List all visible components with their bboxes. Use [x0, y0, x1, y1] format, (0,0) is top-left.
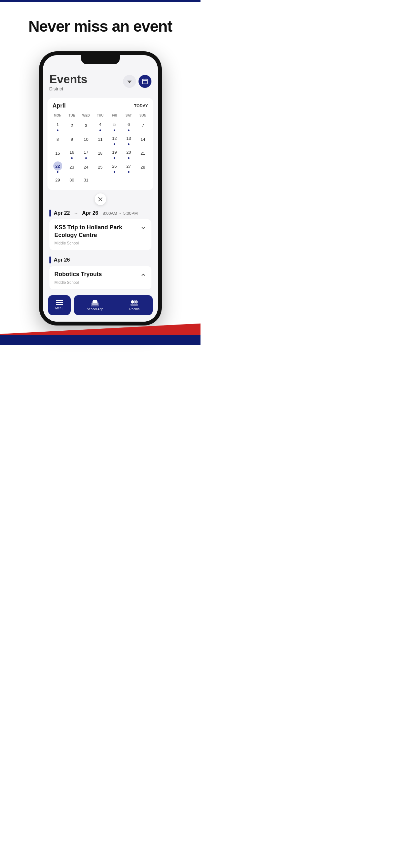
rooms-button[interactable]: Rooms: [129, 299, 140, 311]
event-expand-button-2[interactable]: [141, 272, 146, 278]
cal-day-3[interactable]: 3: [79, 119, 93, 132]
rooms-icon: [130, 299, 139, 306]
cal-empty-3: [122, 174, 136, 186]
calendar-card: April TODAY MON TUE WED THU FRI SAT SUN: [48, 98, 153, 190]
cal-day-16[interactable]: 16: [65, 146, 79, 160]
school-app-label: School App: [87, 307, 103, 311]
cal-empty-4: [136, 174, 150, 186]
menu-button[interactable]: Menu: [48, 295, 71, 315]
day-header-fri: FRI: [107, 113, 122, 119]
bottom-nav: Menu School App: [43, 292, 158, 321]
svg-point-18: [133, 300, 136, 304]
filter-button[interactable]: [123, 75, 136, 88]
event-item-2: Apr 26 Robotics Tryouts Middle School: [50, 256, 151, 289]
cal-day-30[interactable]: 30: [65, 174, 79, 186]
day-header-wed: WED: [79, 113, 93, 119]
chevron-down-icon: [141, 225, 146, 231]
calendar-week-1: 1 2 3 4 5 6 7: [51, 119, 150, 132]
phone-mockup: Events District: [39, 51, 162, 326]
calendar-icon: [142, 78, 148, 85]
cal-day-24[interactable]: 24: [79, 160, 93, 174]
cal-day-22[interactable]: 22: [51, 160, 65, 174]
cal-day-8[interactable]: 8: [51, 132, 65, 146]
event-card-school-2: Middle School: [55, 280, 102, 285]
cal-day-14[interactable]: 14: [136, 132, 150, 146]
event-date-row-2: Apr 26: [50, 256, 151, 264]
school-app-icon: [90, 299, 99, 306]
cal-day-11[interactable]: 11: [93, 132, 107, 146]
cal-day-9[interactable]: 9: [65, 132, 79, 146]
day-header-sat: SAT: [122, 113, 136, 119]
cal-day-20[interactable]: 20: [122, 146, 136, 160]
cal-day-6[interactable]: 6: [122, 119, 136, 132]
cal-day-15[interactable]: 15: [51, 146, 65, 160]
svg-rect-19: [130, 304, 138, 306]
cal-day-1[interactable]: 1: [51, 119, 65, 132]
cal-day-29[interactable]: 29: [51, 174, 65, 186]
header-icons: [123, 75, 151, 88]
event-card-school-1: Middle School: [55, 241, 135, 245]
close-button-row: [43, 193, 158, 205]
events-title: Events: [50, 73, 88, 86]
event-card-2[interactable]: Robotics Tryouts Middle School: [50, 266, 151, 289]
event-date-bar-1: [50, 210, 51, 217]
event-card-title-2: Robotics Tryouts: [55, 271, 102, 278]
calendar-grid: MON TUE WED THU FRI SAT SUN 1 2 3 4: [51, 113, 150, 186]
cal-day-2[interactable]: 2: [65, 119, 79, 132]
cal-empty-1: [93, 174, 107, 186]
cal-day-18[interactable]: 18: [93, 146, 107, 160]
event-time-1: 8:00AM - 5:00PM: [103, 211, 137, 216]
cal-day-5[interactable]: 5: [107, 119, 122, 132]
svg-rect-15: [93, 300, 97, 303]
event-date-start-1: Apr 22: [54, 210, 70, 216]
bottom-decoration: [0, 319, 201, 345]
school-app-button[interactable]: School App: [87, 299, 103, 311]
event-card-content-2: Robotics Tryouts Middle School: [55, 271, 102, 284]
events-title-block: Events District: [50, 73, 88, 92]
cal-day-21[interactable]: 21: [136, 146, 150, 160]
cal-day-4[interactable]: 4: [93, 119, 107, 132]
cal-day-13[interactable]: 13: [122, 132, 136, 146]
day-header-thu: THU: [93, 113, 107, 119]
day-header-mon: MON: [51, 113, 65, 119]
event-date-bar-2: [50, 256, 51, 264]
calendar-month: April: [53, 102, 66, 109]
event-card-1[interactable]: KS5 Trip to Holland Park Ecology Centre …: [50, 219, 151, 250]
calendar-week-4: 22 23 24 25 26 27 28: [51, 160, 150, 174]
cal-day-17[interactable]: 17: [79, 146, 93, 160]
phone-container: Events District: [0, 45, 201, 326]
nav-group: School App Rooms: [74, 295, 153, 315]
day-header-tue: TUE: [65, 113, 79, 119]
hero-title: Never miss an event: [13, 18, 188, 35]
menu-icon: [56, 300, 63, 305]
cal-day-28[interactable]: 28: [136, 160, 150, 174]
cal-day-7[interactable]: 7: [136, 119, 150, 132]
menu-label: Menu: [55, 306, 63, 310]
cal-day-27[interactable]: 27: [122, 160, 136, 174]
cal-day-10[interactable]: 10: [79, 132, 93, 146]
close-calendar-button[interactable]: [95, 193, 106, 205]
cal-day-12[interactable]: 12: [107, 132, 122, 146]
chevron-up-icon: [141, 272, 146, 278]
cal-day-26[interactable]: 26: [107, 160, 122, 174]
calendar-week-2: 8 9 10 11 12 13 14: [51, 132, 150, 146]
cal-day-25[interactable]: 25: [93, 160, 107, 174]
today-button[interactable]: TODAY: [134, 104, 148, 108]
cal-day-23[interactable]: 23: [65, 160, 79, 174]
filter-icon: [127, 79, 132, 84]
event-expand-button-1[interactable]: [141, 225, 146, 231]
svg-point-7: [144, 82, 145, 83]
phone-notch: [81, 55, 120, 64]
cal-day-19[interactable]: 19: [107, 146, 122, 160]
cal-day-31[interactable]: 31: [79, 174, 93, 186]
event-card-title-1: KS5 Trip to Holland Park Ecology Centre: [55, 224, 135, 239]
calendar-week-5: 29 30 31: [51, 174, 150, 186]
svg-rect-3: [143, 79, 147, 84]
event-date-row-1: Apr 22 → Apr 26 8:00AM - 5:00PM: [50, 210, 151, 217]
event-card-content-1: KS5 Trip to Holland Park Ecology Centre …: [55, 224, 135, 245]
phone-screen: Events District: [43, 55, 158, 321]
calendar-button[interactable]: [138, 75, 151, 88]
calendar-header: April TODAY: [51, 102, 150, 109]
hero-section: Never miss an event: [0, 2, 201, 45]
rooms-label: Rooms: [129, 307, 140, 311]
